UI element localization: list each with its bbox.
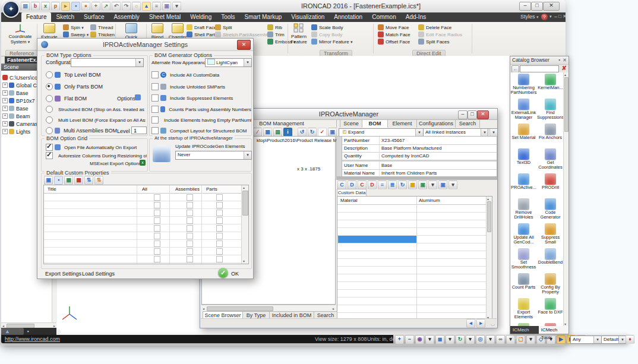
catalog-item-text3d[interactable]: Text3D [510, 147, 537, 172]
paste-rows-icon[interactable]: ▣ [438, 181, 447, 189]
catalog-item-doublebend[interactable]: DoubleBend [537, 247, 564, 272]
open-scene-p-icon[interactable]: p [51, 2, 60, 11]
render-caret-icon[interactable]: ▾ [446, 335, 454, 344]
close-button[interactable]: ✕ [543, 2, 560, 11]
property-row-description[interactable]: DescriptionBase Platform Manufactured [342, 144, 497, 153]
shaded-render-icon[interactable]: ◼ [435, 335, 444, 344]
expand-icon[interactable]: + [2, 121, 8, 126]
resize-grip-icon[interactable]: ◡ [491, 321, 495, 327]
design-list-icon[interactable]: ≡ [152, 2, 161, 11]
monitor-view-icon[interactable]: ▣ [328, 128, 337, 137]
check-compact-layout[interactable]: Compact Layout for Structured BOM [151, 127, 251, 134]
catalog-item-set-material[interactable]: Set Material [510, 122, 537, 147]
tab-icmech-utils[interactable]: ICMech Utils [510, 326, 539, 334]
radio-multi-assemblies-bom[interactable]: Multi Assemblies BOM [46, 127, 117, 134]
custom-prop-checkbox[interactable] [154, 248, 160, 255]
tab-add-ins[interactable]: Add-Ins [401, 12, 431, 22]
refresh-down-icon[interactable]: ↻ [308, 128, 317, 137]
select-shapes-icon[interactable]: ▶ [557, 335, 566, 344]
ribbon-minimize-caret-icon[interactable]: ▾ [549, 14, 552, 19]
help-icon[interactable]: ? [541, 14, 548, 20]
update-codegen-select[interactable]: Never▾ [175, 151, 252, 160]
custom-prop-checkbox[interactable] [216, 194, 223, 201]
restore-button[interactable]: □ [531, 2, 543, 11]
tab-tools[interactable]: Tools [216, 12, 239, 22]
radio-only-parts-bom[interactable]: Only Parts BOM [46, 83, 144, 90]
save-properties-icon[interactable]: ▪ [54, 176, 63, 185]
msexcel-export-link[interactable]: MSExcel Export Options [90, 161, 141, 166]
custom-prop-checkbox[interactable] [216, 210, 223, 216]
mdi-restore-icon[interactable]: □ [558, 14, 561, 19]
render-config-select[interactable]: Default▾ [601, 335, 627, 344]
catalog-item-prodrill[interactable]: PRODrill [537, 172, 564, 197]
catalog-item-find-suppressions[interactable]: Find Suppressions [537, 97, 564, 122]
mdi-close-icon[interactable]: ✕ [563, 14, 567, 19]
tab-icmech-tools[interactable]: ICMech Tools [539, 326, 568, 334]
copy-body-button[interactable]: Copy Body [311, 31, 342, 37]
tab-element[interactable]: Element [387, 119, 417, 128]
move-face-button[interactable]: Move Face [378, 24, 409, 30]
custom-prop-checkbox[interactable] [154, 233, 160, 239]
expand-icon[interactable]: + [2, 106, 8, 111]
pattern-feature-button[interactable]: Pattern Feature [289, 23, 309, 45]
trim-button[interactable]: Trim [267, 31, 285, 37]
custom-prop-checkbox[interactable] [216, 256, 223, 262]
camera-caret-icon[interactable]: ▾ [425, 335, 434, 344]
tab-search-left[interactable]: ◎ Search [53, 328, 77, 335]
expand-icon[interactable]: + [2, 98, 8, 103]
catalog-item-fix-anchors[interactable]: Fix Anchors [537, 122, 564, 147]
catalog-scrollbar[interactable]: ▴▾ [563, 72, 568, 327]
orbit-caret-icon[interactable]: ▾ [466, 335, 475, 344]
catalog-search-input[interactable] [520, 65, 559, 72]
catalog-item-face-to-dxf[interactable]: Face to DXF [537, 297, 564, 322]
redo-icon[interactable]: ↷ [122, 2, 131, 11]
ironcad-link[interactable]: http://www.ironcad.com [5, 336, 60, 342]
copy-cd-icon[interactable]: D [348, 181, 356, 189]
paste-rows-caret-icon[interactable]: ▾ [449, 181, 457, 189]
settings-close-button[interactable]: ✕ [237, 40, 251, 50]
custom-prop-checkbox[interactable] [187, 194, 193, 201]
split-faces-button[interactable]: Split Faces [418, 39, 450, 45]
chamfer-button[interactable]: Chamfer [168, 23, 188, 40]
styles-menu[interactable]: Styles ▾ [520, 14, 539, 20]
stretch-part-button[interactable]: Stretch Part/Assembly [215, 31, 270, 37]
tab-bom[interactable]: BOM [362, 119, 388, 128]
custom-prop-checkbox[interactable] [187, 217, 193, 224]
custom-prop-checkbox[interactable] [187, 233, 193, 239]
thread-button[interactable]: Thread [90, 24, 113, 30]
expand-icon[interactable]: + [2, 129, 8, 134]
alternate-row-select[interactable]: LightCyan▾ [205, 58, 252, 67]
look-at-caret-icon[interactable]: ▾ [486, 335, 495, 344]
remove-column-icon[interactable]: ▦ [74, 176, 83, 185]
radio-structured-bom[interactable]: Structured BOM (Stop on Ass. treated as … [46, 106, 146, 113]
blend-button[interactable]: Blend [149, 23, 166, 40]
catalog-item-suppress-small[interactable]: Suppress Small [537, 222, 564, 247]
sort-desc-icon[interactable]: ⇅ [94, 176, 103, 185]
custom-prop-checkbox[interactable] [216, 225, 223, 232]
linked-instances-select[interactable]: All linked instances▾ [423, 128, 489, 137]
custom-prop-checkbox[interactable] [187, 256, 193, 262]
match-face-button[interactable]: Match Face [378, 31, 410, 37]
shell-part-button[interactable]: Shell Part [187, 31, 215, 37]
flat-bom-options-icon[interactable] [135, 94, 141, 100]
custom-prop-checkbox[interactable] [154, 256, 160, 262]
custom-prop-checkbox[interactable] [154, 225, 160, 232]
property-row-material-name[interactable]: Material NameInherit from Children Parts [342, 169, 497, 177]
custom-prop-checkbox[interactable] [187, 240, 193, 247]
render-icon[interactable]: ● [81, 2, 90, 11]
check-open-file-on-export[interactable]: Open File Automatically On Export [46, 144, 146, 151]
catalog-item-code-generator[interactable]: Code Generator [537, 197, 564, 222]
tab-smart-markup[interactable]: Smart Markup [240, 12, 287, 22]
table-edit-icon[interactable]: ▦ [408, 181, 417, 189]
property-row-quantity[interactable]: QuantityComputed by IronCAD [342, 152, 497, 160]
new-scene-icon[interactable]: ▤ [21, 2, 30, 11]
catalog-item-count-parts[interactable]: Count Parts [510, 272, 537, 297]
extrude-button[interactable]: Extrude [38, 23, 61, 40]
custom-prop-checkbox[interactable] [216, 240, 223, 247]
ok-button[interactable]: OK [231, 271, 239, 277]
app-logo-icon[interactable]: ✦ [2, 1, 20, 18]
table-view-icon[interactable]: ▦ [263, 128, 272, 137]
property-row-partnumber[interactable]: PartNumberX23-45667 [342, 137, 497, 145]
save-icon[interactable]: ▪ [71, 2, 80, 11]
radio-top-level-bom[interactable]: Top Level BOM [46, 71, 144, 78]
